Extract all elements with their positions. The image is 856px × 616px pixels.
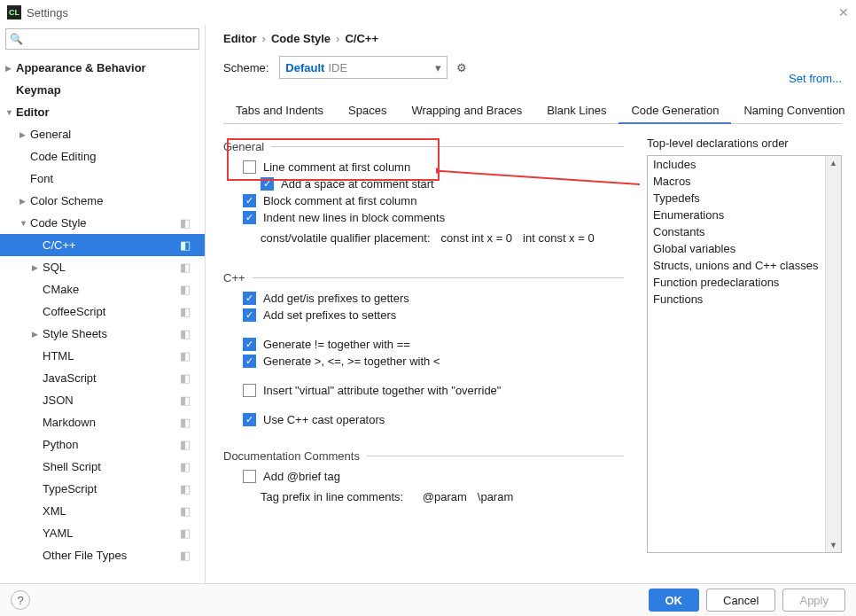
- breadcrumb: Editor›Code Style›C/C++: [223, 32, 842, 45]
- tree-item-yaml[interactable]: YAML◧: [0, 522, 205, 544]
- section-c-: C++: [223, 271, 624, 285]
- section-documentation-comments: Documentation Comments: [223, 449, 624, 463]
- dialog-footer: ? OK Cancel Apply: [0, 583, 856, 616]
- tree-item-json[interactable]: JSON◧: [0, 389, 205, 411]
- qualifier-placement-row: const/volatile qualifier placement: cons…: [261, 231, 624, 245]
- tree-item-markdown[interactable]: Markdown◧: [0, 411, 205, 433]
- apply-button[interactable]: Apply: [782, 589, 845, 612]
- tree-item-keymap[interactable]: Keymap: [0, 79, 205, 101]
- option-add-a-space-at-comment-start[interactable]: ✓Add a space at comment start: [261, 177, 624, 191]
- chevron-down-icon: ▾: [435, 61, 441, 74]
- tree-item-appearance-behavior[interactable]: ▶Appearance & Behavior: [0, 57, 205, 79]
- help-button[interactable]: ?: [11, 590, 30, 610]
- option-generate-together-with-[interactable]: ✓Generate != together with ==: [243, 338, 624, 351]
- option-insert-virtual-attribute-toget[interactable]: Insert "virtual" attribute together with…: [243, 384, 624, 397]
- scrollbar[interactable]: ▲ ▼: [825, 156, 841, 552]
- window-title: Settings: [27, 6, 68, 19]
- decl-item[interactable]: Constants: [648, 223, 825, 240]
- tab-wrapping-and-braces[interactable]: Wrapping and Braces: [399, 98, 534, 123]
- decl-item[interactable]: Typedefs: [648, 190, 825, 207]
- content-panel: Editor›Code Style›C/C++ Scheme: Default …: [206, 25, 856, 583]
- set-from-link[interactable]: Set from...: [789, 72, 842, 85]
- tree-item-other-file-types[interactable]: Other File Types◧: [0, 544, 205, 566]
- tab-code-generation[interactable]: Code Generation: [619, 98, 731, 124]
- decl-item[interactable]: Global variables: [648, 240, 825, 257]
- decl-item[interactable]: Functions: [648, 291, 825, 308]
- cancel-button[interactable]: Cancel: [706, 589, 775, 612]
- tab-bar: Tabs and IndentsSpacesWrapping and Brace…: [223, 98, 842, 124]
- tree-item-shell-script[interactable]: Shell Script◧: [0, 456, 205, 478]
- tab-tabs-and-indents[interactable]: Tabs and Indents: [223, 98, 336, 123]
- declarations-list[interactable]: IncludesMacrosTypedefsEnumerationsConsta…: [647, 155, 842, 553]
- option-add-brief-tag[interactable]: Add @brief tag: [243, 470, 624, 483]
- declarations-title: Top-level declarations order: [647, 136, 842, 150]
- tree-item-code-style[interactable]: ▼Code Style◧: [0, 212, 205, 234]
- tree-item-javascript[interactable]: JavaScript◧: [0, 367, 205, 389]
- option-indent-new-lines-in-block-comm[interactable]: ✓Indent new lines in block comments: [243, 211, 624, 224]
- option-line-comment-at-first-column[interactable]: Line comment at first column: [243, 160, 624, 174]
- scheme-dropdown[interactable]: Default IDE ▾: [279, 56, 447, 79]
- tree-item-html[interactable]: HTML◧: [0, 345, 205, 367]
- ok-button[interactable]: OK: [649, 589, 700, 612]
- option-add-set-prefixes-to-setters[interactable]: ✓Add set prefixes to setters: [243, 308, 624, 322]
- section-general: General: [223, 140, 624, 153]
- settings-tree: ▶Appearance & BehaviorKeymap▼Editor▶Gene…: [0, 53, 205, 583]
- tree-item-style-sheets[interactable]: ▶Style Sheets◧: [0, 323, 205, 345]
- tree-item-editor[interactable]: ▼Editor: [0, 101, 205, 123]
- option-block-comment-at-first-column[interactable]: ✓Block comment at first column: [243, 194, 624, 207]
- scroll-up-icon[interactable]: ▲: [826, 156, 841, 170]
- tree-item-sql[interactable]: ▶SQL◧: [0, 256, 205, 278]
- tab-spaces[interactable]: Spaces: [336, 98, 399, 123]
- tree-item-coffeescript[interactable]: CoffeeScript◧: [0, 300, 205, 323]
- app-logo-icon: CL: [7, 5, 21, 19]
- tab-naming-convention[interactable]: Naming Convention: [731, 98, 856, 123]
- option-add-get-is-prefixes-to-getters[interactable]: ✓Add get/is prefixes to getters: [243, 292, 624, 305]
- decl-item[interactable]: Includes: [648, 156, 825, 173]
- tree-item-python[interactable]: Python◧: [0, 433, 205, 456]
- close-icon[interactable]: ✕: [838, 5, 849, 19]
- tag-prefix-row: Tag prefix in line comments: @param\para…: [261, 490, 624, 503]
- option-generate-together-with-[interactable]: ✓Generate >, <=, >= together with <: [243, 355, 624, 368]
- tab-blank-lines[interactable]: Blank Lines: [534, 98, 619, 123]
- tree-item-typescript[interactable]: TypeScript◧: [0, 478, 205, 500]
- tree-item-color-scheme[interactable]: ▶Color Scheme: [0, 190, 205, 212]
- tree-item-code-editing[interactable]: Code Editing: [0, 145, 205, 168]
- decl-item[interactable]: Function predeclarations: [648, 274, 825, 291]
- declarations-column: Top-level declarations order IncludesMac…: [647, 136, 842, 553]
- tree-item-xml[interactable]: XML◧: [0, 500, 205, 522]
- decl-item[interactable]: Macros: [648, 173, 825, 190]
- option-use-c-cast-operators[interactable]: ✓Use C++ cast operators: [243, 413, 624, 426]
- tree-item-font[interactable]: Font: [0, 168, 205, 190]
- scroll-down-icon[interactable]: ▼: [826, 538, 841, 552]
- sidebar: 🔍 ▶Appearance & BehaviorKeymap▼Editor▶Ge…: [0, 25, 206, 583]
- gear-icon[interactable]: ⚙: [456, 61, 467, 74]
- search-box[interactable]: 🔍: [5, 28, 199, 50]
- tree-item-general[interactable]: ▶General: [0, 123, 205, 145]
- search-icon: 🔍: [10, 33, 23, 45]
- tree-item-c-c-[interactable]: C/C++◧: [0, 234, 205, 256]
- tree-item-cmake[interactable]: CMake◧: [0, 278, 205, 300]
- search-input[interactable]: [27, 33, 195, 46]
- settings-column: GeneralLine comment at first column✓Add …: [223, 136, 631, 553]
- titlebar: CL Settings ✕: [0, 0, 856, 25]
- decl-item[interactable]: Enumerations: [648, 207, 825, 223]
- decl-item[interactable]: Structs, unions and C++ classes: [648, 257, 825, 274]
- scheme-label: Scheme:: [223, 61, 268, 74]
